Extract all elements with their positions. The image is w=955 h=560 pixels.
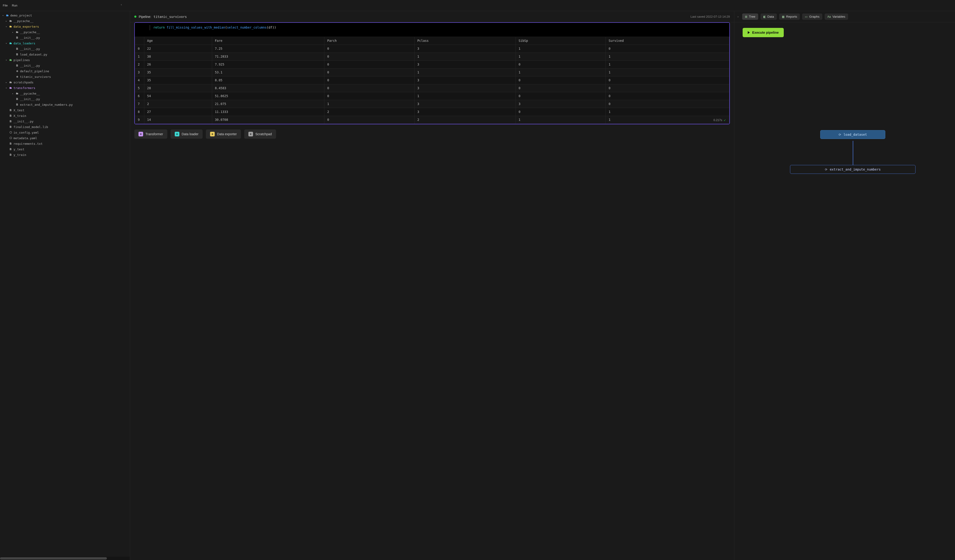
table-row: 13871.28330111 [135, 53, 730, 60]
file-icon: 🗎 [9, 120, 13, 123]
tree-item--init-py[interactable]: 🗎__init__.py [0, 63, 130, 68]
chevron-icon[interactable]: ▸ [5, 81, 8, 84]
tree-item-load-dataset-py[interactable]: 🗎load_dataset.py [0, 52, 130, 57]
table-cell: 3 [135, 68, 144, 76]
tree-item-requirements-txt[interactable]: 🗎requirements.txt [0, 141, 130, 146]
sidebar-collapse-icon[interactable]: ‹ [121, 3, 122, 6]
tree-item-metadata-yaml[interactable]: ⎔metadata.yaml [0, 135, 130, 141]
execute-pipeline-button[interactable]: Execute pipeline [743, 28, 784, 37]
tree-item--init-py[interactable]: 🗎__init__.py [0, 119, 130, 124]
chevron-icon[interactable]: ▾ [5, 59, 8, 61]
tree-item--init-py[interactable]: 🗎__init__.py [0, 96, 130, 102]
sidebar-scrollbar[interactable] [0, 557, 130, 560]
table-cell: 0 [324, 116, 415, 124]
table-cell: 2 [414, 116, 516, 124]
table-cell: 51.8625 [212, 92, 324, 100]
graph-edge [853, 141, 853, 165]
chevron-icon[interactable]: ▾ [5, 42, 8, 45]
tree-icon: ⊞ [745, 15, 747, 18]
chevron-icon[interactable]: ▸ [11, 31, 14, 33]
graph-node-load-dataset[interactable]: ⟳ load_dataset [820, 130, 885, 139]
add-data-loader-button[interactable]: + Data loader [171, 130, 203, 139]
chevron-icon[interactable]: ▾ [5, 25, 8, 28]
tree-item-finalized-model-lib[interactable]: 🗎finalized_model.lib [0, 124, 130, 130]
tab-tree[interactable]: ⊞ Tree [742, 14, 758, 20]
add-data-exporter-button[interactable]: + Data exporter [206, 130, 241, 139]
plus-icon: + [175, 132, 179, 136]
tab-graphs[interactable]: ▭ Graphs [802, 14, 822, 20]
tree-item-y-test[interactable]: 🗎y_test [0, 146, 130, 152]
table-cell: 0 [516, 60, 606, 68]
tree-item-x-train[interactable]: 🗎X_train [0, 113, 130, 119]
add-scratchpad-button[interactable]: + Scratchpad [244, 130, 276, 139]
variables-icon: Aa [827, 15, 831, 18]
code-cell[interactable]: return fill_missing_values_with_median(s… [134, 22, 730, 124]
pipeline-graph[interactable]: ⟳ load_dataset ⟳ extract_and_impute_numb… [734, 37, 955, 560]
tree-item-label: data_loaders [14, 42, 35, 45]
file-icon: 🗎 [9, 108, 13, 112]
tab-reports[interactable]: ▦ Reports [779, 14, 800, 20]
table-cell: 8.4583 [212, 84, 324, 92]
table-cell: 1 [414, 92, 516, 100]
tree-item--pycache-[interactable]: ▸🖿__pycache__ [0, 91, 130, 96]
tree-item-scratchpads[interactable]: ▸🖿scratchpads [0, 80, 130, 85]
chevron-icon[interactable]: ▸ [5, 20, 8, 22]
table-cell: 1 [606, 108, 730, 116]
table-cell: 1 [414, 68, 516, 76]
tree-item-label: __init__.py [20, 97, 40, 101]
table-row: 91430.07080211 [135, 116, 730, 124]
table-cell: 1 [516, 68, 606, 76]
table-cell: 1 [606, 60, 730, 68]
folder-icon: 🖿 [15, 92, 19, 95]
tab-data[interactable]: ◧ Data [761, 14, 777, 20]
tree-item-label: transformers [14, 86, 35, 90]
add-transformer-button[interactable]: + Transformer [134, 130, 167, 139]
tree-item-demo-project[interactable]: ▾🖿demo_project [0, 13, 130, 18]
tree-item-transformers[interactable]: ▾🖿transformers [0, 85, 130, 91]
table-cell: 0 [606, 84, 730, 92]
table-cell: 0 [324, 68, 415, 76]
table-cell: 28 [144, 84, 212, 92]
tree-item-titanic-survivors[interactable]: ⚙titanic_survivors [0, 74, 130, 80]
tree-item-y-train[interactable]: 🗎y_train [0, 152, 130, 158]
tab-variables[interactable]: Aa Variables [825, 14, 848, 20]
menu-file[interactable]: File [3, 4, 8, 7]
tree-item-extract-and-impute-numbers-py[interactable]: 🗎extract_and_impute_numbers.py [0, 102, 130, 107]
table-cell: 0 [135, 45, 144, 53]
code-keyword: return [153, 25, 165, 29]
tree-item-data-loaders[interactable]: ▾🖿data_loaders [0, 41, 130, 46]
table-cell: 8.05 [212, 76, 324, 84]
tree-item--pycache-[interactable]: ▸🖿__pycache__ [0, 29, 130, 35]
yaml-icon: ⎔ [9, 131, 13, 134]
chevron-icon[interactable]: ▾ [2, 14, 5, 17]
tree-item--init-py[interactable]: 🗎__init__.py [0, 46, 130, 52]
tab-reports-label: Reports [786, 15, 797, 18]
tab-data-label: Data [767, 15, 774, 18]
menu-run[interactable]: Run [12, 4, 17, 7]
yaml-icon: ⎔ [9, 136, 13, 140]
tree-item-x-test[interactable]: 🗎X_test [0, 107, 130, 113]
table-cell: 0 [606, 76, 730, 84]
graph-node-extract-impute[interactable]: ⟳ extract_and_impute_numbers [790, 165, 916, 174]
tree-item-data-exporters[interactable]: ▾🖿data_exporters [0, 24, 130, 29]
tree-item-pipelines[interactable]: ▾🖿pipelines [0, 57, 130, 63]
tree-item-label: y_test [14, 147, 24, 151]
graph-node-label: extract_and_impute_numbers [830, 167, 881, 171]
right-panel-expand-icon[interactable]: › [737, 15, 739, 18]
tree-item--init-py[interactable]: 🗎__init__.py [0, 35, 130, 41]
tree-item--pycache-[interactable]: ▸🖿__pycache__ [0, 18, 130, 24]
table-cell: 7.25 [212, 45, 324, 53]
table-header: Parch [324, 37, 415, 45]
table-cell: 2 [135, 60, 144, 68]
folder-icon: 🖿 [6, 14, 9, 17]
table-header: Fare [212, 37, 324, 45]
output-table: AgeFareParchPclassSibSpSurvived 0227.250… [135, 37, 730, 124]
tree-item-default-pipeline[interactable]: ⚙default_pipeline [0, 68, 130, 74]
plus-icon: + [210, 132, 215, 136]
chevron-icon[interactable]: ▾ [5, 87, 8, 89]
tree-item-io-config-yaml[interactable]: ⎔io_config.yaml [0, 130, 130, 135]
table-cell: 6 [135, 92, 144, 100]
pipeline-name: titanic_survivors [153, 15, 187, 19]
chevron-icon[interactable]: ▸ [11, 92, 14, 95]
folder-icon: 🖿 [9, 25, 13, 28]
